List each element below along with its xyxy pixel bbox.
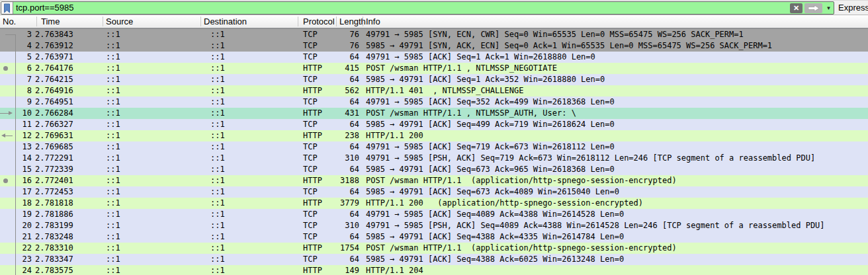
column-header-source[interactable]: Source: [106, 15, 133, 28]
packet-info-cell: POST /wsman HTTP/1.1 , NTLMSSP_AUTH, Use…: [366, 108, 576, 119]
packet-row[interactable]: 52.763971::1::1TCP6449791 → 5985 [ACK] S…: [0, 52, 868, 63]
packet-row[interactable]: 152.772339::1::1TCP645985 → 49791 [ACK] …: [0, 164, 868, 175]
packet-time-cell: 2.772291: [35, 153, 104, 164]
filter-apply-button[interactable]: [804, 3, 822, 13]
packet-row[interactable]: 72.764215::1::1TCP645985 → 49791 [ACK] S…: [0, 74, 868, 85]
packet-row[interactable]: 32.763843::1::1TCP7649791 → 5985 [SYN, E…: [0, 29, 868, 40]
expression-button[interactable]: Expression…: [838, 1, 868, 15]
packet-row[interactable]: 92.764951::1::1TCP6449791 → 5985 [ACK] S…: [0, 97, 868, 108]
packet-row[interactable]: 132.769685::1::1TCP6449791 → 5985 [ACK] …: [0, 141, 868, 153]
packet-no-cell: 13: [0, 141, 32, 153]
packet-no-cell: 19: [0, 209, 32, 220]
filter-bookmark-button[interactable]: [1, 2, 13, 14]
packet-time-cell: 2.764176: [35, 63, 104, 74]
packet-no-cell: 7: [0, 74, 32, 85]
chevron-down-icon: ▼: [826, 5, 832, 11]
packet-no-cell: 17: [0, 186, 32, 198]
packet-source-cell: ::1: [106, 153, 205, 164]
column-separator[interactable]: [363, 17, 363, 26]
packet-destination-cell: ::1: [210, 231, 295, 243]
packet-destination-cell: ::1: [210, 29, 295, 40]
column-separator[interactable]: [36, 17, 37, 26]
packet-row[interactable]: 212.783248::1::1TCP645985 → 49791 [ACK] …: [0, 231, 868, 243]
packet-info-cell: 5985 → 49791 [SYN, ACK, ECN] Seq=0 Ack=1…: [366, 40, 772, 52]
wireshark-packet-list-window: tcp.port==5985 ✕ ▼ Expression… No. Time …: [0, 0, 868, 275]
packet-info-cell: 5985 → 49791 [ACK] Seq=499 Ack=719 Win=2…: [366, 119, 615, 130]
column-header-no[interactable]: No.: [3, 15, 16, 28]
packet-time-cell: 2.783347: [35, 254, 104, 265]
packet-destination-cell: ::1: [210, 85, 295, 97]
packet-row[interactable]: 222.783310::1::1HTTP1754POST /wsman HTTP…: [0, 243, 868, 254]
packet-time-cell: 2.764951: [35, 97, 104, 108]
packet-time-cell: 2.772453: [35, 186, 104, 198]
column-separator[interactable]: [103, 17, 103, 26]
packet-destination-cell: ::1: [210, 175, 295, 186]
packet-length-cell: 149: [324, 265, 359, 275]
packet-info-cell: 49791 → 5985 [ACK] Seq=1 Ack=1 Win=26188…: [366, 52, 595, 63]
packet-time-cell: 2.763912: [35, 40, 104, 52]
packet-length-cell: 431: [324, 108, 359, 119]
filter-dropdown-button[interactable]: ▼: [824, 3, 833, 13]
packet-length-cell: 415: [324, 63, 359, 74]
packet-row[interactable]: 192.781886::1::1TCP6449791 → 5985 [ACK] …: [0, 209, 868, 220]
packet-no-cell: 6: [0, 63, 32, 74]
packet-source-cell: ::1: [106, 220, 205, 231]
packet-length-cell: 64: [324, 52, 359, 63]
column-header-info[interactable]: Info: [366, 15, 380, 28]
packet-destination-cell: ::1: [210, 243, 295, 254]
packet-info-cell: 5985 → 49791 [ACK] Seq=673 Ack=965 Win=2…: [366, 164, 615, 175]
packet-length-cell: 310: [324, 153, 359, 164]
packet-row[interactable]: 42.763912::1::1TCP765985 → 49791 [SYN, A…: [0, 40, 868, 52]
packet-row[interactable]: 242.783575::1::1HTTP149HTTP/1.1 204: [0, 265, 868, 275]
packet-row[interactable]: 122.769631::1::1HTTP238HTTP/1.1 200: [0, 130, 868, 141]
packet-info-cell: 49791 → 5985 [SYN, ECN, CWR] Seq=0 Win=6…: [366, 29, 744, 40]
column-separator[interactable]: [298, 17, 298, 26]
packet-row[interactable]: 82.764916::1::1HTTP562HTTP/1.1 401 , NTL…: [0, 85, 868, 97]
packet-source-cell: ::1: [106, 97, 205, 108]
packet-row[interactable]: 142.772291::1::1TCP31049791 → 5985 [PSH,…: [0, 153, 868, 164]
column-separator[interactable]: [200, 17, 201, 26]
packet-row[interactable]: 172.772453::1::1TCP645985 → 49791 [ACK] …: [0, 186, 868, 198]
packet-row[interactable]: 62.764176::1::1HTTP415POST /wsman HTTP/1…: [0, 63, 868, 74]
packet-no-cell: 23: [0, 254, 32, 265]
packet-no-cell: 9: [0, 97, 32, 108]
packet-source-cell: ::1: [106, 85, 205, 97]
packet-source-cell: ::1: [106, 186, 205, 198]
packet-length-cell: 238: [324, 130, 359, 141]
packet-destination-cell: ::1: [210, 164, 295, 175]
column-header-time[interactable]: Time: [41, 15, 60, 28]
packet-source-cell: ::1: [106, 243, 205, 254]
packet-row[interactable]: 232.783347::1::1TCP645985 → 49791 [ACK] …: [0, 254, 868, 265]
packet-time-cell: 2.781886: [35, 209, 104, 220]
packet-source-cell: ::1: [106, 52, 205, 63]
packet-info-cell: POST /wsman HTTP/1.1 , NTLMSSP_NEGOTIATE: [366, 63, 557, 74]
packet-length-cell: 76: [324, 40, 359, 52]
packet-destination-cell: ::1: [210, 220, 295, 231]
column-header-protocol[interactable]: Protocol: [303, 15, 335, 28]
column-header-destination[interactable]: Destination: [204, 15, 247, 28]
packet-source-cell: ::1: [106, 209, 205, 220]
packet-row[interactable]: 182.781818::1::1HTTP3779HTTP/1.1 200 (ap…: [0, 198, 868, 209]
packet-destination-cell: ::1: [210, 130, 295, 141]
display-filter-input[interactable]: tcp.port==5985 ✕ ▼: [1, 1, 834, 15]
packet-row[interactable]: 202.783199::1::1TCP31049791 → 5985 [PSH,…: [0, 220, 868, 231]
filter-query-text[interactable]: tcp.port==5985: [13, 2, 790, 14]
packet-no-cell: 22: [0, 243, 32, 254]
column-header-length[interactable]: Length: [339, 15, 366, 28]
column-separator[interactable]: [336, 17, 337, 26]
packet-info-cell: 5985 → 49791 [ACK] Seq=4388 Ack=6025 Win…: [366, 254, 624, 265]
packet-destination-cell: ::1: [210, 209, 295, 220]
packet-source-cell: ::1: [106, 265, 205, 275]
packet-length-cell: 64: [324, 209, 359, 220]
packet-source-cell: ::1: [106, 198, 205, 209]
packet-no-cell: 10: [0, 108, 32, 119]
packet-no-cell: 8: [0, 85, 32, 97]
packet-time-cell: 2.766327: [35, 119, 104, 130]
packet-row[interactable]: 112.766327::1::1TCP645985 → 49791 [ACK] …: [0, 119, 868, 130]
packet-time-cell: 2.783248: [35, 231, 104, 243]
filter-clear-button[interactable]: ✕: [790, 3, 803, 13]
packet-info-cell: POST /wsman HTTP/1.1 (application/http-s…: [366, 175, 677, 186]
packet-row[interactable]: 162.772401::1::1HTTP3188POST /wsman HTTP…: [0, 175, 868, 186]
packet-source-cell: ::1: [106, 29, 205, 40]
packet-row[interactable]: 102.766284::1::1HTTP431POST /wsman HTTP/…: [0, 108, 868, 119]
